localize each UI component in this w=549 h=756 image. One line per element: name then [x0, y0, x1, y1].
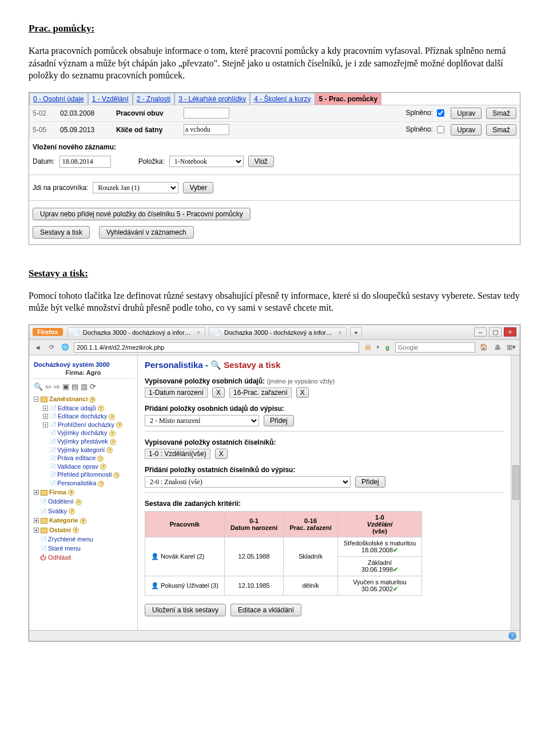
help-icon[interactable]: ? [508, 632, 516, 640]
screenshot-browser-window: Firefox Dochazka 3000 - docházkový a inf… [29, 324, 520, 642]
nav-item[interactable]: Zrychlené menu [31, 535, 135, 544]
edit-ciselnik-button[interactable]: Uprav nebo přidej nové položky do číseln… [33, 208, 250, 220]
nav-item[interactable]: +Firma? [31, 488, 135, 497]
ulozeni-tisk-button[interactable]: Uložení a tisk sestavy [145, 604, 226, 616]
th-vzdelani: 1-0Vzdělání(vše) [337, 511, 422, 537]
back-icon[interactable]: ◄ [33, 342, 43, 353]
nav-item[interactable]: +Editace údajů? [31, 404, 135, 413]
record-row: 5-0202.03.2008Pracovní obuvSplněno: Upra… [29, 105, 520, 122]
polozka-select[interactable]: 1-Notebook [169, 156, 244, 167]
nav-item[interactable]: Oddělení? [31, 497, 135, 506]
tab-3[interactable]: 3 - Lékařské prohlídky [174, 93, 250, 105]
nav-item[interactable]: +Editace docházky? [31, 412, 135, 421]
smaz-button[interactable]: Smaž [486, 124, 516, 136]
tab-1[interactable]: 1 - Vzdělání [88, 93, 133, 105]
new-tab-button[interactable]: + [350, 327, 361, 337]
maximize-button[interactable]: ▢ [489, 327, 502, 337]
smaz-button[interactable]: Smaž [486, 108, 516, 119]
search-icon: 🔍 [210, 360, 221, 370]
back-icon[interactable]: ⇦ [45, 382, 51, 391]
search-input[interactable] [395, 342, 475, 353]
section-sestava: Sestava dle zadaných kritérií: [145, 500, 504, 508]
help-icon[interactable]: ? [73, 527, 79, 533]
remove-column-button[interactable]: X [215, 449, 228, 459]
help-icon[interactable]: ? [75, 499, 82, 505]
help-icon[interactable]: ? [110, 439, 116, 445]
record-note-input[interactable] [184, 108, 229, 118]
splneno-checkbox[interactable] [437, 126, 444, 133]
browser-tab-1[interactable]: Dochazka 3000 - docházkový a infor…× [67, 327, 205, 337]
goto-worker-select[interactable]: Rouzek Jan (1) [93, 182, 178, 193]
nav-item[interactable]: Práva editace? [31, 454, 135, 462]
remove-column-button[interactable]: X [296, 387, 309, 398]
tool-icon[interactable]: ▣ [62, 382, 69, 391]
help-icon[interactable]: ? [106, 447, 113, 453]
scrollbar[interactable] [511, 355, 520, 630]
nav-item[interactable]: +Kategorie? [31, 516, 135, 525]
search-icon[interactable]: 🔍 [34, 382, 43, 391]
section-pridani-osobni: Přidání položky osobních údajů do výpisu… [145, 405, 504, 413]
nav-item[interactable]: Vyjímky docházky? [31, 429, 135, 437]
close-button[interactable]: × [504, 327, 516, 337]
uprav-button[interactable]: Uprav [451, 108, 482, 119]
nav-group-zamestnanci[interactable]: −Zaměstnanci? [31, 394, 135, 404]
help-icon[interactable]: ? [100, 464, 106, 470]
help-icon[interactable]: ? [98, 405, 104, 411]
nav-item[interactable]: Vyjímky kategorií? [31, 446, 135, 454]
search-records-button[interactable]: Vyhledávání v záznamech [99, 226, 194, 239]
reload-icon[interactable]: ⟳ [46, 342, 57, 353]
help-icon[interactable]: ? [80, 518, 86, 524]
vyber-button[interactable]: Vyber [183, 182, 213, 193]
add-ciselnik-select[interactable]: 2-0 : Znalosti (vše) [145, 476, 351, 488]
nav-item[interactable]: Validace oprav? [31, 462, 135, 471]
nav-item[interactable]: Přehled přítomnosti? [31, 470, 135, 479]
record-name: Pracovní obuv [116, 109, 179, 117]
print-icon[interactable]: 🖶 [492, 342, 503, 353]
tab-0[interactable]: 0 - Osobní údaje [29, 93, 88, 105]
forward-icon[interactable]: ⇨ [54, 382, 60, 391]
tab-4[interactable]: 4 - Školení a kurzy [250, 93, 315, 105]
help-icon[interactable]: ? [89, 397, 96, 403]
record-note [184, 108, 235, 118]
nav-item[interactable]: Vyjímky přestávek? [31, 437, 135, 446]
tab-2[interactable]: 2 - Znalosti [133, 93, 174, 105]
url-input[interactable] [74, 342, 359, 353]
nav-item[interactable]: Personalistika? [31, 479, 135, 488]
uprav-button[interactable]: Uprav [451, 124, 482, 136]
pridej-button[interactable]: Přidej [264, 415, 294, 426]
record-note-input[interactable] [184, 124, 229, 135]
help-icon[interactable]: ? [98, 481, 104, 487]
nav-item[interactable]: Svátky? [31, 506, 135, 516]
person-icon [151, 553, 161, 560]
help-icon[interactable]: ? [116, 422, 122, 428]
splneno-checkbox[interactable] [437, 109, 444, 117]
home-icon[interactable]: 🏠 [479, 342, 489, 353]
help-icon[interactable]: ? [97, 456, 104, 462]
help-icon[interactable]: ? [113, 472, 120, 478]
nav-item[interactable]: +Ostatní? [31, 525, 135, 535]
help-icon[interactable]: ? [68, 489, 74, 496]
help-icon[interactable]: ? [109, 414, 115, 420]
editace-vkladani-button[interactable]: Editace a vkládání [230, 604, 301, 616]
tool-icon[interactable]: ▥ [81, 382, 87, 391]
nav-item[interactable]: Staré menu [31, 544, 135, 553]
nav-item[interactable]: ⏻ Odhlásit [31, 553, 135, 562]
menu-icon[interactable]: ▥▾ [506, 342, 516, 353]
browser-tab-2[interactable]: Dochazka 3000 - docházkový a infor…× [209, 327, 347, 337]
feed-icon[interactable]: ▤ [363, 342, 373, 353]
tab-5[interactable]: 5 - Prac. pomůcky [315, 93, 382, 105]
datum-input[interactable] [59, 156, 111, 168]
help-icon[interactable]: ? [109, 430, 116, 437]
vloz-button[interactable]: Vlož [248, 156, 274, 167]
help-icon[interactable]: ? [69, 508, 75, 514]
scrollbar-thumb[interactable] [512, 465, 519, 500]
minimize-button[interactable]: – [474, 327, 487, 337]
refresh-icon[interactable]: ⟳ [90, 382, 96, 391]
remove-column-button[interactable]: X [212, 387, 225, 398]
tool-icon[interactable]: ▤ [71, 382, 78, 391]
folder-icon [41, 528, 47, 533]
pridej-button[interactable]: Přidej [355, 476, 385, 488]
add-column-select[interactable]: 2 - Místo narození [145, 415, 259, 426]
nav-item[interactable]: +Prohlížení docházky? [31, 421, 135, 429]
sestavy-tisk-button[interactable]: Sestavy a tisk [33, 226, 90, 239]
